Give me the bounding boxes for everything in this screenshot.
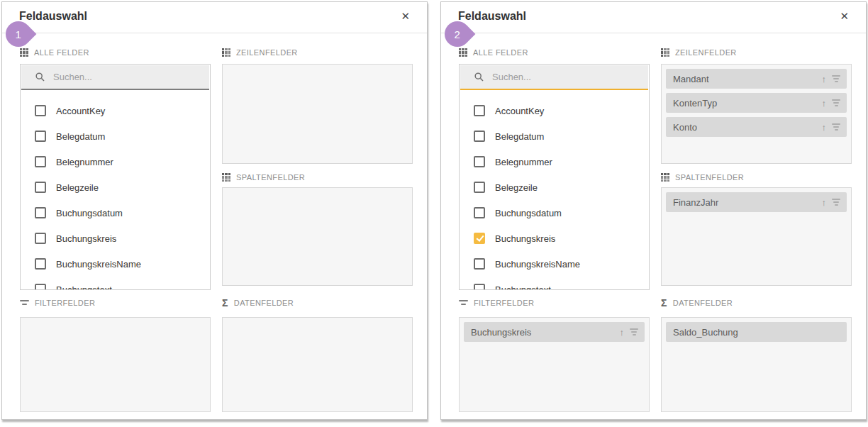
checkbox-unchecked[interactable] (474, 182, 485, 193)
field-label: Belegdatum (56, 131, 105, 142)
checkbox-unchecked[interactable] (35, 284, 46, 290)
chip-label: KontenTyp (673, 98, 822, 109)
section-header-row-fields: ZEILENFELDER (222, 48, 298, 57)
field-label: Buchungskreis (56, 233, 116, 244)
field-label: Belegzeile (495, 182, 538, 193)
field-checkbox-item[interactable]: AccountKey (21, 98, 210, 123)
data-fields-dropzone[interactable]: Saldo_Buchung (661, 317, 852, 412)
field-checkbox-item[interactable]: Buchungsdatum (21, 200, 210, 226)
chip-label: FinanzJahr (673, 197, 822, 208)
filter-icon[interactable] (832, 123, 840, 131)
field-chip[interactable]: Saldo_Buchung (666, 322, 847, 342)
filter-icon (20, 299, 29, 306)
field-chip[interactable]: Konto↑ (666, 117, 847, 137)
field-label: AccountKey (495, 106, 544, 116)
row-fields-dropzone[interactable] (222, 64, 413, 164)
checkbox-unchecked[interactable] (474, 284, 485, 290)
dialog-title: Feldauswahl (19, 10, 87, 23)
field-checkbox-item[interactable]: BuchungskreisName (460, 251, 649, 277)
all-fields-list: AccountKeyBelegdatumBelegnummerBelegzeil… (459, 64, 650, 290)
search-box[interactable] (460, 65, 648, 90)
field-checkbox-item[interactable]: Belegdatum (460, 123, 649, 149)
sort-ascending-icon[interactable]: ↑ (620, 328, 625, 337)
chip-label: Saldo_Buchung (673, 327, 840, 338)
checkbox-unchecked[interactable] (35, 182, 46, 193)
grid-icon (459, 48, 467, 57)
section-header-filter-fields: FILTERFELDER (459, 298, 534, 308)
field-chip[interactable]: Mandant↑ (666, 69, 847, 89)
row-fields-icon (222, 48, 230, 57)
search-input[interactable] (491, 71, 641, 83)
field-checkbox-item[interactable]: Belegnummer (460, 149, 649, 174)
checkbox-unchecked[interactable] (35, 207, 46, 218)
column-fields-dropzone[interactable]: FinanzJahr↑ (661, 187, 852, 286)
checkbox-unchecked[interactable] (474, 156, 485, 167)
search-input[interactable] (52, 71, 202, 83)
field-checkbox-item[interactable]: Belegdatum (21, 123, 210, 149)
field-chip[interactable]: KontenTyp↑ (666, 93, 847, 113)
checkbox-unchecked[interactable] (474, 105, 485, 116)
row-fields-dropzone[interactable]: Mandant↑KontenTyp↑Konto↑ (661, 64, 852, 164)
section-header-column-fields: SPALTENFELDER (661, 172, 744, 182)
filter-icon[interactable] (832, 199, 840, 206)
checkbox-unchecked[interactable] (474, 258, 485, 270)
feldauswahl-dialog: 2 Feldauswahl ✕ ALLE FELDER ZEILENFELDER… (440, 1, 867, 420)
header-divider (2, 33, 427, 33)
section-label: FILTERFELDER (35, 299, 95, 307)
close-icon[interactable]: ✕ (840, 11, 849, 21)
field-label: Belegzeile (56, 182, 99, 193)
sort-ascending-icon[interactable]: ↑ (822, 99, 827, 108)
section-label: SPALTENFELDER (236, 173, 305, 182)
checkbox-unchecked[interactable] (35, 233, 46, 244)
sort-ascending-icon[interactable]: ↑ (822, 198, 827, 207)
section-label: ALLE FELDER (34, 48, 89, 57)
field-checkbox-item[interactable]: Buchungstext (460, 277, 649, 290)
checkbox-unchecked[interactable] (35, 131, 46, 142)
field-label: Belegdatum (495, 131, 544, 142)
checkbox-unchecked[interactable] (474, 131, 485, 142)
field-checkbox-item[interactable]: Buchungsdatum (460, 200, 649, 226)
checkbox-unchecked[interactable] (35, 105, 46, 116)
filter-fields-dropzone[interactable] (20, 317, 211, 412)
section-label: FILTERFELDER (474, 299, 534, 307)
filter-icon[interactable] (832, 99, 840, 106)
field-label: Belegnummer (495, 157, 552, 167)
search-icon (35, 72, 45, 82)
section-header-filter-fields: FILTERFELDER (20, 298, 95, 308)
field-checkbox-item[interactable]: Belegnummer (21, 149, 210, 174)
checkbox-unchecked[interactable] (35, 258, 46, 270)
sort-ascending-icon[interactable]: ↑ (822, 123, 827, 132)
field-checkbox-item[interactable]: AccountKey (460, 98, 649, 123)
checkbox-checked[interactable] (474, 233, 485, 244)
column-fields-dropzone[interactable] (222, 187, 413, 286)
section-label: ZEILENFELDER (675, 48, 737, 57)
field-chip[interactable]: Buchungskreis↑ (464, 322, 645, 342)
filter-fields-dropzone[interactable]: Buchungskreis↑ (459, 317, 650, 412)
field-checkbox-list: AccountKeyBelegdatumBelegnummerBelegzeil… (21, 91, 210, 290)
column-fields-icon (222, 173, 230, 182)
checkbox-unchecked[interactable] (474, 207, 485, 218)
section-header-column-fields: SPALTENFELDER (222, 172, 305, 182)
section-header-all-fields: ALLE FELDER (459, 48, 528, 57)
field-label: Buchungstext (56, 284, 112, 291)
field-checkbox-item[interactable]: Belegzeile (460, 174, 649, 200)
field-checkbox-item[interactable]: Buchungskreis (460, 226, 649, 251)
field-checkbox-item[interactable]: Buchungskreis (21, 226, 210, 251)
field-label: Belegnummer (56, 157, 113, 167)
filter-icon[interactable] (832, 75, 840, 82)
sort-ascending-icon[interactable]: ↑ (822, 74, 827, 84)
field-chip[interactable]: FinanzJahr↑ (666, 192, 847, 212)
chip-label: Konto (673, 122, 822, 133)
field-checkbox-item[interactable]: Buchungstext (21, 277, 210, 290)
field-checkbox-item[interactable]: Belegzeile (21, 174, 210, 200)
data-fields-dropzone[interactable] (222, 317, 413, 412)
checkbox-unchecked[interactable] (35, 156, 46, 167)
section-header-data-fields: Σ DATENFELDER (661, 298, 733, 308)
close-icon[interactable]: ✕ (401, 11, 410, 21)
section-header-row-fields: ZEILENFELDER (661, 48, 737, 57)
filter-icon[interactable] (630, 328, 638, 336)
field-checkbox-item[interactable]: BuchungskreisName (21, 251, 210, 277)
section-label: DATENFELDER (673, 299, 733, 307)
row-fields-icon (661, 48, 669, 57)
search-box[interactable] (21, 65, 209, 90)
